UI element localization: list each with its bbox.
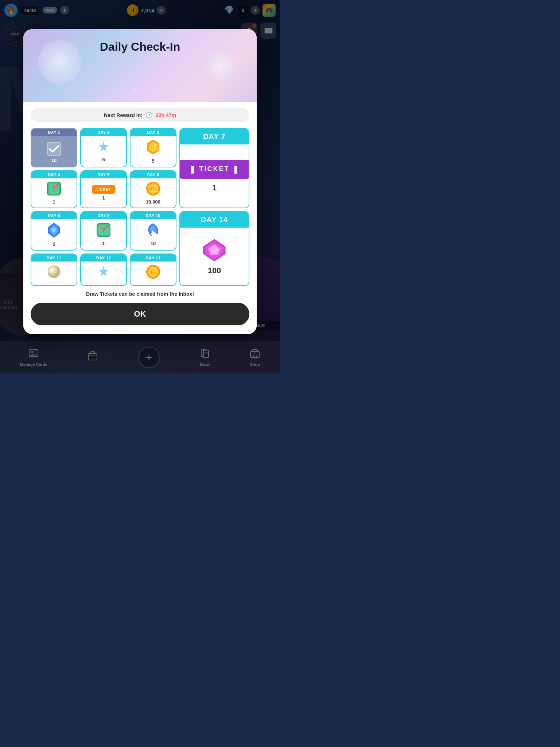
day13-cell: DAY 13 BTS — [130, 253, 176, 286]
day2-icon — [97, 140, 110, 155]
day13-label: DAY 13 — [131, 254, 176, 262]
day5-count: 1 — [102, 195, 105, 201]
day14-cell: DAY 14 100 — [179, 211, 249, 286]
day14-count: 100 — [208, 266, 221, 275]
day8-cell: DAY 8 5 — [31, 211, 77, 251]
reward-bar-prefix: Next Reward in: — [104, 112, 143, 118]
day1-cell: DAY 1 10 — [31, 128, 77, 167]
info-text: Draw Tickets can be claimed from the Inb… — [31, 291, 249, 297]
day8-content: 5 — [31, 219, 77, 250]
sparkle2: ✦ — [218, 47, 220, 51]
day4-content: ? ? 1 — [31, 178, 77, 208]
day9-icon: ? ? — [96, 223, 111, 239]
day11-content — [31, 262, 77, 285]
day-grid: DAY 1 10 DAY 2 — [31, 128, 249, 286]
day11-icon — [47, 264, 61, 281]
day4-icon: ? ? — [47, 181, 61, 198]
day2-label: DAY 2 — [81, 129, 126, 136]
sparkle1: ✦ — [82, 36, 84, 40]
day3-content: 5 — [131, 136, 176, 167]
day14-gem-icon — [202, 237, 227, 263]
modal-title: Daily Check-In — [100, 40, 180, 54]
day6-count: 10,000 — [146, 199, 160, 205]
day3-icon — [147, 139, 160, 157]
day6-icon: BTS — [146, 181, 160, 198]
svg-text:BTS: BTS — [149, 187, 157, 191]
day10-icon — [147, 223, 160, 239]
day3-count: 5 — [152, 158, 154, 164]
svg-text:?: ? — [105, 225, 108, 231]
day9-label: DAY 9 — [81, 212, 126, 219]
reward-timer-bar: Next Reward in: 🕐 22h 47m — [31, 108, 249, 122]
day13-content: BTS — [131, 262, 176, 285]
reward-timer: 22h 47m — [156, 112, 176, 118]
day1-check-icon — [45, 140, 63, 158]
day5-label: DAY 5 — [81, 171, 126, 178]
svg-text:?: ? — [55, 183, 59, 189]
day2-content: 5 — [81, 136, 126, 167]
day11-cell: DAY 11 — [31, 253, 77, 286]
day7-cell: DAY 7 ❚ TICKET ❚ 1 — [179, 128, 249, 208]
day7-content: ❚ TICKET ❚ 1 — [180, 144, 249, 208]
day6-content: BTS 10,000 — [131, 178, 176, 208]
svg-text:BTS: BTS — [149, 270, 157, 274]
day13-icon: BTS — [146, 264, 160, 281]
svg-marker-24 — [98, 266, 109, 276]
day12-content — [81, 262, 126, 285]
day2-cell: DAY 2 5 — [80, 128, 127, 167]
day6-label: DAY 6 — [131, 171, 176, 178]
sparkle3: ✦ — [133, 88, 135, 91]
day4-cell: DAY 4 ? ? 1 — [31, 170, 77, 208]
day4-label: DAY 4 — [31, 171, 77, 178]
day1-count: 10 — [51, 158, 57, 163]
day10-count: 10 — [151, 241, 156, 246]
ok-button[interactable]: OK — [31, 303, 249, 325]
day3-label: DAY 3 — [131, 129, 176, 136]
day4-count: 1 — [52, 199, 55, 205]
day12-label: DAY 12 — [81, 254, 126, 262]
daily-checkin-modal: ✦ ✦ ✦ Daily Check-In Next Reward in: 🕐 2… — [23, 29, 257, 334]
day7-ticket: ❚ TICKET ❚ — [179, 160, 249, 179]
modal-body: Next Reward in: 🕐 22h 47m DAY 1 10 — [23, 102, 257, 334]
day11-label: DAY 11 — [31, 254, 77, 262]
day12-cell: DAY 12 — [80, 253, 127, 286]
day1-label: DAY 1 — [31, 129, 77, 136]
day10-label: DAY 10 — [131, 212, 176, 219]
day7-count: 1 — [212, 183, 217, 193]
day8-icon — [47, 222, 61, 240]
day10-content: 10 — [131, 219, 176, 250]
day10-cell: DAY 10 10 — [130, 211, 176, 251]
day9-cell: DAY 9 ? ? 1 — [80, 211, 127, 251]
day5-cell: DAY 5 TICKET 1 — [80, 170, 127, 208]
modal-header: ✦ ✦ ✦ Daily Check-In — [23, 29, 257, 102]
svg-point-22 — [48, 266, 60, 278]
day7-label: DAY 7 — [180, 129, 249, 144]
day9-count: 1 — [102, 241, 105, 246]
day5-content: TICKET 1 — [81, 178, 126, 208]
day8-label: DAY 8 — [31, 212, 77, 219]
day9-content: ? ? 1 — [81, 219, 126, 250]
clock-icon: 🕐 — [145, 112, 153, 119]
day3-cell: DAY 3 5 — [130, 128, 176, 167]
day2-count: 5 — [102, 157, 105, 162]
day14-content: 100 — [180, 228, 249, 285]
day8-count: 5 — [52, 241, 55, 247]
day5-ticket: TICKET — [92, 185, 115, 194]
day14-label: DAY 14 — [180, 212, 249, 228]
svg-marker-1 — [98, 141, 109, 152]
day12-icon — [97, 265, 110, 280]
day6-cell: DAY 6 BTS 10,000 — [130, 170, 176, 208]
day1-content: 10 — [31, 136, 77, 167]
